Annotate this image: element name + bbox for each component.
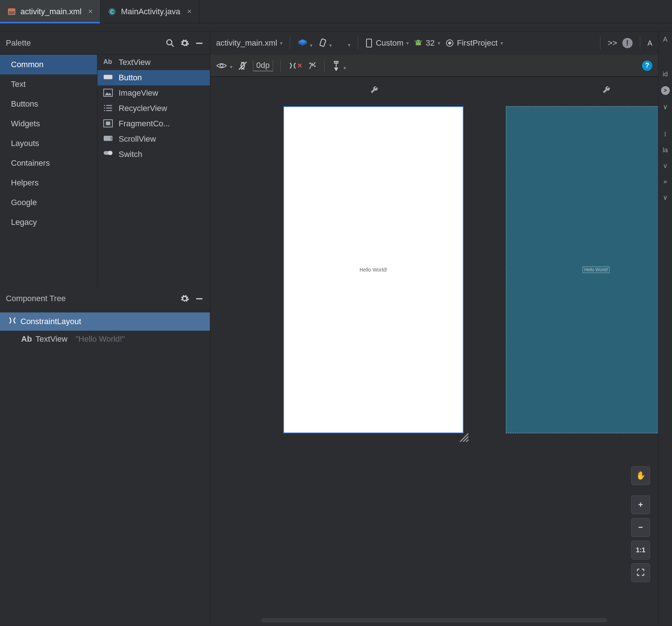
warnings-icon[interactable]: !: [622, 38, 633, 48]
palette-category-helpers[interactable]: Helpers: [0, 173, 97, 193]
infer-constraints-icon[interactable]: [307, 61, 317, 70]
wrench-icon[interactable]: [602, 86, 610, 95]
zoom-fit-button[interactable]: ⛶: [631, 563, 650, 582]
palette-item-button[interactable]: Button: [97, 70, 210, 85]
svg-rect-19: [111, 137, 112, 140]
switch-icon: [103, 150, 114, 159]
palette-item-scrollview[interactable]: ScrollView: [97, 131, 210, 147]
palette-item-textview[interactable]: Ab TextView: [97, 55, 210, 70]
palette-category-buttons[interactable]: Buttons: [0, 94, 97, 114]
pan-button[interactable]: ✋: [631, 466, 650, 485]
svg-rect-26: [366, 39, 372, 47]
search-icon[interactable]: [165, 38, 175, 48]
svg-point-30: [449, 42, 451, 44]
palette-category-text[interactable]: Text: [0, 74, 97, 94]
resize-handle-icon[interactable]: [457, 430, 658, 626]
design-editor: activity_main.xml ▾ ▾ ▾ ▾: [210, 31, 658, 626]
design-surface-icon[interactable]: ▾: [297, 38, 312, 48]
close-icon[interactable]: ✕: [88, 8, 93, 15]
horizontal-scrollbar[interactable]: [261, 618, 607, 622]
device-dropdown[interactable]: Custom ▾: [365, 38, 409, 48]
gutter-item[interactable]: »: [663, 178, 667, 185]
design-surface[interactable]: Hello World! Hello World! ✋ + − 1:1 ⛶: [210, 77, 658, 626]
left-panel: Palette Common: [0, 31, 210, 626]
wrench-icon[interactable]: [370, 86, 378, 95]
palette-item-label: ImageView: [119, 88, 158, 98]
tab-main-activity[interactable]: C MainActivity.java ✕: [100, 0, 199, 23]
theme-dropdown[interactable]: FirstProject ▾: [445, 38, 503, 48]
palette-header: Palette: [0, 31, 210, 55]
fragment-icon: [103, 119, 114, 128]
tab-label: MainActivity.java: [121, 7, 180, 16]
chevron-down-icon: ▾: [500, 40, 503, 46]
palette-category-containers[interactable]: Containers: [0, 153, 97, 173]
attributes-gutter: A id > ∨ l la v » ∨: [658, 31, 672, 626]
night-mode-icon[interactable]: ▾: [337, 38, 350, 48]
palette-item-switch[interactable]: Switch: [97, 147, 210, 162]
zoom-out-button[interactable]: −: [631, 518, 650, 537]
tree-node-textview[interactable]: Ab TextView "Hello World!": [0, 331, 210, 347]
minimize-icon[interactable]: [195, 294, 204, 303]
textview-icon: Ab: [21, 334, 32, 344]
component-tree-header: Component Tree: [0, 287, 210, 310]
svg-line-40: [466, 440, 469, 442]
default-margin[interactable]: 0dp: [253, 60, 273, 71]
zoom-in-button[interactable]: +: [631, 495, 650, 514]
gutter-item[interactable]: la: [663, 146, 668, 154]
tree-node-hint: "Hello World!": [76, 334, 125, 344]
palette-category-layouts[interactable]: Layouts: [0, 134, 97, 153]
gutter-item[interactable]: ∨: [663, 103, 668, 111]
autoconnect-icon[interactable]: [238, 61, 248, 71]
palette-item-label: RecyclerView: [119, 104, 167, 113]
help-icon[interactable]: ?: [642, 61, 652, 71]
gutter-item[interactable]: v: [664, 162, 667, 170]
textview-icon: Ab: [103, 58, 114, 67]
palette-item-imageview[interactable]: ImageView: [97, 85, 210, 101]
orientation-icon[interactable]: ▾: [318, 38, 332, 48]
java-class-icon: C: [108, 7, 116, 16]
svg-point-34: [314, 66, 315, 66]
imageview-icon: [103, 89, 114, 97]
palette-category-widgets[interactable]: Widgets: [0, 114, 97, 134]
design-preview-frame[interactable]: Hello World!: [283, 106, 464, 433]
svg-point-28: [419, 42, 420, 43]
svg-point-31: [220, 64, 223, 67]
close-icon[interactable]: ✕: [187, 8, 192, 15]
minimize-icon[interactable]: [195, 38, 204, 48]
svg-rect-6: [196, 42, 202, 43]
xml-file-icon: [7, 7, 16, 16]
palette-panel: Palette Common: [0, 31, 210, 287]
attributes-toggle[interactable]: A: [648, 39, 652, 47]
zoom-reset-button[interactable]: 1:1: [631, 541, 650, 560]
divider: [0, 23, 672, 31]
palette-item-recyclerview[interactable]: RecyclerView: [97, 101, 210, 116]
gutter-item[interactable]: A: [663, 36, 667, 43]
gear-icon[interactable]: [180, 294, 189, 303]
gear-icon[interactable]: [180, 38, 189, 48]
palette-category-google[interactable]: Google: [0, 193, 97, 212]
palette-item-fragment[interactable]: FragmentCo...: [97, 116, 210, 131]
guidelines-icon[interactable]: ▾: [332, 61, 346, 71]
blueprint-preview-frame[interactable]: Hello World!: [506, 106, 658, 433]
tab-label: activity_main.xml: [20, 7, 81, 16]
palette-category-legacy[interactable]: Legacy: [0, 212, 97, 232]
api-label: 32: [426, 38, 434, 48]
gutter-item[interactable]: >: [661, 86, 670, 95]
gutter-item[interactable]: id: [663, 70, 668, 78]
file-dropdown[interactable]: activity_main.xml ▾: [216, 38, 283, 48]
tree-node-constraintlayout[interactable]: ConstraintLayout: [0, 312, 210, 331]
clear-constraints-icon[interactable]: ×: [288, 61, 302, 70]
palette-item-label: Button: [119, 73, 142, 82]
zoom-controls: ✋ + − 1:1 ⛶: [631, 466, 650, 582]
svg-line-5: [171, 44, 174, 47]
palette-item-label: FragmentCo...: [119, 119, 170, 128]
svg-text:C: C: [110, 9, 114, 15]
gutter-item[interactable]: l: [665, 131, 666, 138]
view-options-icon[interactable]: ▾: [216, 62, 233, 70]
api-dropdown[interactable]: 32 ▾: [414, 38, 440, 48]
palette-category-common[interactable]: Common: [0, 55, 97, 74]
gutter-item[interactable]: ∨: [663, 193, 668, 201]
overflow-button[interactable]: >>: [608, 38, 617, 48]
tab-activity-main[interactable]: activity_main.xml ✕: [0, 0, 100, 23]
chevron-down-icon: ▾: [310, 42, 312, 48]
